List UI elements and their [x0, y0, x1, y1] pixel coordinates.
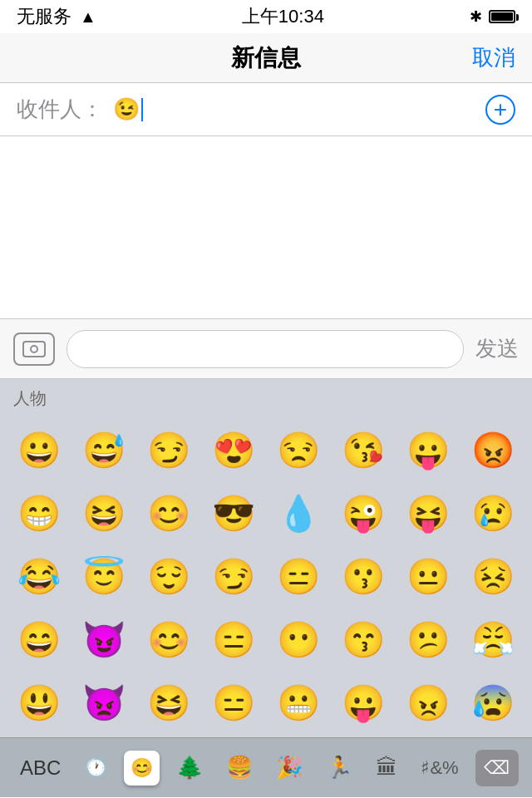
emoji-cell[interactable]: 😝: [396, 481, 461, 544]
emoji-cell[interactable]: 😬: [266, 671, 331, 734]
emoji-cell[interactable]: 😇: [71, 544, 136, 608]
emoji-cell[interactable]: 😁: [7, 481, 71, 544]
send-button[interactable]: 发送: [475, 334, 519, 363]
to-field: 收件人： 😉 +: [0, 83, 532, 136]
emoji-cell[interactable]: 😃: [7, 671, 71, 734]
status-time: 上午10:34: [242, 4, 324, 29]
emoji-cell[interactable]: 😑: [201, 671, 266, 734]
battery-icon: [489, 10, 515, 23]
emoji-cell[interactable]: 😏: [201, 544, 266, 608]
symbols-key[interactable]: ♯&%: [414, 751, 465, 786]
emoji-cell[interactable]: 😆: [71, 481, 136, 544]
emoji-keyboard: 人物 😀😅😏😍😒😘😛😡😁😆😊😎💧😜😝😢😂😇😌😏😑😗😐😣😄😈😊😑😶😙😕😤😃👿😆😑😬…: [0, 379, 532, 737]
abc-key[interactable]: ABC: [13, 750, 67, 786]
emoji-cell[interactable]: 💧: [266, 481, 331, 544]
emoji-cell[interactable]: 😤: [461, 608, 525, 671]
emoji-cell[interactable]: 😙: [331, 608, 396, 671]
emoji-cell[interactable]: 😣: [461, 544, 525, 608]
message-body: [0, 136, 532, 319]
emoji-cell[interactable]: 😂: [7, 544, 71, 608]
recent-key[interactable]: 🕐: [78, 751, 114, 786]
emoji-cell[interactable]: 😛: [396, 418, 461, 481]
status-left: 无服务 ▲: [17, 4, 96, 29]
camera-button[interactable]: [13, 332, 55, 366]
emoji-cell[interactable]: 😅: [71, 418, 136, 481]
emoji-cell[interactable]: 😶: [266, 608, 331, 671]
nav-bar: 新信息 取消: [0, 33, 532, 83]
status-right: ✱: [470, 7, 515, 26]
travel-key[interactable]: 🏃: [319, 748, 359, 787]
nav-title: 新信息: [231, 42, 301, 74]
emoji-cell[interactable]: 😢: [461, 481, 525, 544]
activity-key[interactable]: 🎉: [269, 748, 309, 787]
emoji-cell[interactable]: 😄: [7, 608, 71, 671]
to-label: 收件人：: [17, 95, 103, 124]
emoji-cell[interactable]: 😜: [331, 481, 396, 544]
emoji-cell[interactable]: 😘: [331, 418, 396, 481]
input-bar: 发送: [0, 319, 532, 379]
plus-icon: +: [494, 96, 507, 123]
emoji-cell[interactable]: 😊: [136, 608, 201, 671]
carrier-label: 无服务: [17, 4, 71, 29]
delete-icon: ⌫: [484, 757, 510, 779]
emoji-key[interactable]: 😊: [124, 751, 160, 786]
emoji-cell[interactable]: 😰: [461, 671, 525, 734]
recipient-emoji: 😉: [113, 96, 140, 122]
emoji-cell[interactable]: 😛: [331, 671, 396, 734]
emoji-cell[interactable]: 😕: [396, 608, 461, 671]
category-label: 人物: [0, 379, 532, 415]
food-key[interactable]: 🍔: [219, 748, 259, 787]
keyboard-toolbar: ABC 🕐 😊 🌲 🍔 🎉 🏃 🏛 ♯&% ⌫: [0, 737, 532, 797]
emoji-cell[interactable]: 😍: [201, 418, 266, 481]
emoji-cell[interactable]: 😗: [331, 544, 396, 608]
emoji-cell[interactable]: 😌: [136, 544, 201, 608]
emoji-cell[interactable]: 😈: [71, 608, 136, 671]
emoji-cell[interactable]: 😠: [396, 671, 461, 734]
status-bar: 无服务 ▲ 上午10:34 ✱: [0, 0, 532, 33]
emoji-cell[interactable]: 😎: [201, 481, 266, 544]
emoji-cell[interactable]: 😑: [266, 544, 331, 608]
emoji-grid: 😀😅😏😍😒😘😛😡😁😆😊😎💧😜😝😢😂😇😌😏😑😗😐😣😄😈😊😑😶😙😕😤😃👿😆😑😬😛😠😰: [0, 415, 532, 737]
emoji-cell[interactable]: 😊: [136, 481, 201, 544]
emoji-cell[interactable]: 😒: [266, 418, 331, 481]
emoji-cell[interactable]: 😐: [396, 544, 461, 608]
delete-key[interactable]: ⌫: [475, 750, 519, 786]
emoji-cell[interactable]: 😡: [461, 418, 525, 481]
emoji-cell[interactable]: 👿: [71, 671, 136, 734]
camera-lens-icon: [30, 345, 38, 353]
wifi-icon: ▲: [80, 7, 96, 27]
add-recipient-button[interactable]: +: [485, 95, 515, 125]
text-cursor: [141, 98, 143, 121]
emoji-cell[interactable]: 😀: [7, 418, 71, 481]
camera-body-icon: [22, 341, 46, 357]
message-input[interactable]: [66, 330, 464, 368]
emoji-cell[interactable]: 😏: [136, 418, 201, 481]
emoji-cell[interactable]: 😑: [201, 608, 266, 671]
bluetooth-icon: ✱: [470, 7, 482, 26]
cancel-button[interactable]: 取消: [472, 43, 515, 72]
emoji-cell[interactable]: 😆: [136, 671, 201, 734]
nature-key[interactable]: 🌲: [170, 748, 209, 787]
objects-key[interactable]: 🏛: [369, 748, 404, 787]
